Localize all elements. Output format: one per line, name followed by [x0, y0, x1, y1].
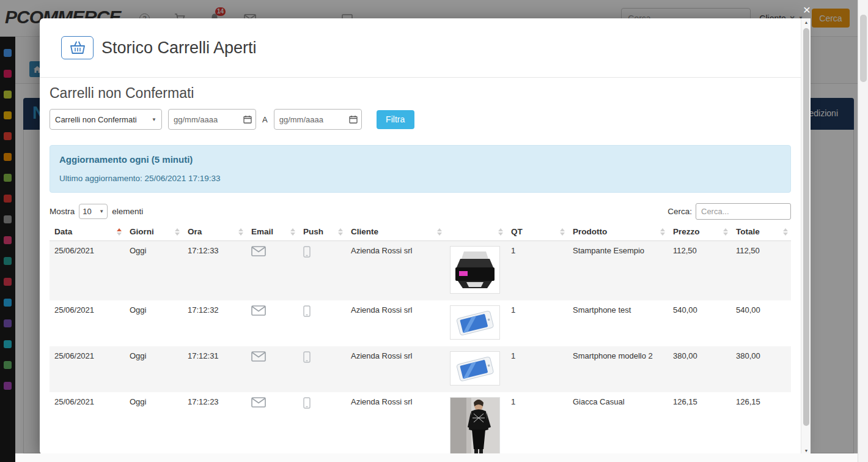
cart-status-select[interactable]: Carrelli non Confermati ▼ [50, 109, 162, 130]
cell-image [445, 346, 506, 392]
chevron-down-icon: ▼ [99, 209, 104, 214]
sort-carets-icon [723, 228, 728, 236]
modal-body: Carrelli non Confermati Carrelli non Con… [40, 78, 801, 455]
product-image [450, 246, 500, 294]
sort-carets-icon [660, 228, 665, 236]
push-phone-icon [303, 397, 311, 409]
modal-header: Storico Carrelli Aperti [40, 18, 801, 78]
cell-giorni: Oggi [125, 392, 183, 455]
cell-image [445, 392, 506, 455]
modal-title: Storico Carrelli Aperti [101, 39, 257, 58]
cell-qt: 1 [506, 346, 568, 392]
customer-link[interactable]: Azienda Rossi srl [346, 392, 445, 455]
cell-image [445, 241, 506, 301]
column-header-cliente[interactable]: Cliente [346, 223, 445, 241]
date-to-input[interactable] [274, 109, 362, 130]
column-header-push[interactable]: Push [298, 223, 346, 241]
cell-push[interactable] [298, 392, 346, 455]
cell-giorni: Oggi [125, 241, 183, 301]
cell-email[interactable] [246, 241, 298, 301]
email-icon [251, 351, 266, 362]
cell-prezzo: 126,15 [668, 392, 731, 455]
cart-table-body: 25/06/2021 Oggi 17:12:33 Azienda Rossi s… [50, 241, 791, 455]
cart-row: 25/06/2021 Oggi 17:12:32 Azienda Rossi s… [50, 300, 791, 346]
cart-row: 25/06/2021 Oggi 17:12:31 Azienda Rossi s… [50, 346, 791, 392]
date-from-wrap [168, 109, 256, 130]
page-scrollbar[interactable] [858, 0, 868, 462]
cell-push[interactable] [298, 346, 346, 392]
column-header-qt[interactable]: QT [506, 223, 568, 241]
cell-data: 25/06/2021 [50, 300, 125, 346]
sort-carets-icon [498, 228, 503, 236]
page-size-select[interactable]: 10 ▼ [79, 204, 108, 219]
filter-row: Carrelli non Confermati ▼ A Filtra [50, 109, 791, 130]
cell-push[interactable] [298, 300, 346, 346]
email-icon [251, 397, 266, 408]
column-header-image[interactable] [445, 223, 506, 241]
cell-qt: 1 [506, 241, 568, 301]
cell-push[interactable] [298, 241, 346, 301]
sort-carets-icon [238, 228, 243, 236]
alert-title: Aggiornamento ogni (5 minuti) [59, 154, 781, 165]
basket-icon [61, 36, 94, 59]
page-size-controls: Mostra 10 ▼ elementi [50, 204, 143, 219]
cell-image [445, 300, 506, 346]
customer-link[interactable]: Azienda Rossi srl [346, 241, 445, 301]
cell-qt: 1 [506, 300, 568, 346]
column-header-prezzo[interactable]: Prezzo [668, 223, 731, 241]
refresh-info-alert: Aggiornamento ogni (5 minuti) Ultimo agg… [50, 145, 791, 193]
customer-link[interactable]: Azienda Rossi srl [346, 346, 445, 392]
storico-carrelli-modal: Storico Carrelli Aperti Carrelli non Con… [40, 18, 801, 455]
modal-scrollbar-thumb[interactable] [803, 28, 809, 426]
date-from-input[interactable] [168, 109, 256, 130]
date-to-wrap [274, 109, 362, 130]
cell-totale: 112,50 [731, 241, 791, 301]
sort-carets-icon [175, 228, 180, 236]
product-link[interactable]: Stampante Esempio [568, 241, 668, 301]
column-header-giorni[interactable]: Giorni [125, 223, 183, 241]
cell-email[interactable] [246, 392, 298, 455]
chevron-down-icon: ▼ [152, 117, 156, 122]
scroll-down-icon[interactable]: ▼ [801, 449, 811, 453]
sort-carets-icon [560, 228, 565, 236]
table-search-label: Cerca: [668, 207, 692, 216]
filter-button[interactable]: Filtra [377, 110, 414, 129]
push-phone-icon [303, 351, 311, 363]
push-phone-icon [303, 246, 311, 258]
cell-giorni: Oggi [125, 346, 183, 392]
customer-link[interactable]: Azienda Rossi srl [346, 300, 445, 346]
alert-last-update: Ultimo aggiornamento: 25/06/2021 17:19:3… [59, 174, 781, 183]
cell-data: 25/06/2021 [50, 392, 125, 455]
table-head-row: Data Giorni Ora Email Push Cliente QT Pr… [50, 223, 791, 241]
scroll-up-icon[interactable]: ▲ [801, 20, 811, 24]
push-phone-icon [303, 305, 311, 317]
cell-qt: 1 [506, 392, 568, 455]
table-search-input[interactable] [696, 203, 791, 220]
column-header-data[interactable]: Data [50, 223, 125, 241]
items-label: elementi [112, 207, 143, 216]
column-header-totale[interactable]: Totale [731, 223, 791, 241]
product-link[interactable]: Giacca Casual [568, 392, 668, 455]
cell-email[interactable] [246, 346, 298, 392]
product-link[interactable]: Smartphone modello 2 [568, 346, 668, 392]
modal-scrollbar[interactable]: ▲ ▼ [801, 18, 811, 455]
cell-ora: 17:12:23 [183, 392, 246, 455]
cell-email[interactable] [246, 300, 298, 346]
cell-data: 25/06/2021 [50, 241, 125, 301]
show-label: Mostra [50, 207, 75, 216]
page-scrollbar-thumb[interactable] [860, 15, 867, 82]
product-link[interactable]: Smartphone test [568, 300, 668, 346]
sort-carets-icon [290, 228, 295, 236]
date-separator-label: A [262, 115, 268, 124]
cell-ora: 17:12:32 [183, 300, 246, 346]
email-icon [251, 305, 266, 316]
sort-carets-icon [783, 228, 788, 236]
table-search-controls: Cerca: [668, 203, 791, 220]
cell-totale: 126,15 [731, 392, 791, 455]
column-header-prodotto[interactable]: Prodotto [568, 223, 668, 241]
column-header-ora[interactable]: Ora [183, 223, 246, 241]
cell-totale: 540,00 [731, 300, 791, 346]
column-header-email[interactable]: Email [246, 223, 298, 241]
modal-close-button[interactable]: × [800, 2, 814, 17]
sort-carets-icon [338, 228, 343, 236]
